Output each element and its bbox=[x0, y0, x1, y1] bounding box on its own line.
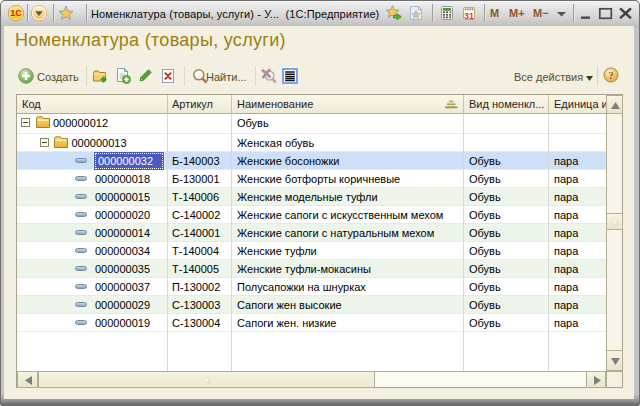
svg-text:1С: 1С bbox=[10, 8, 22, 18]
svg-text:?: ? bbox=[609, 70, 614, 81]
svg-text:31: 31 bbox=[464, 11, 474, 21]
